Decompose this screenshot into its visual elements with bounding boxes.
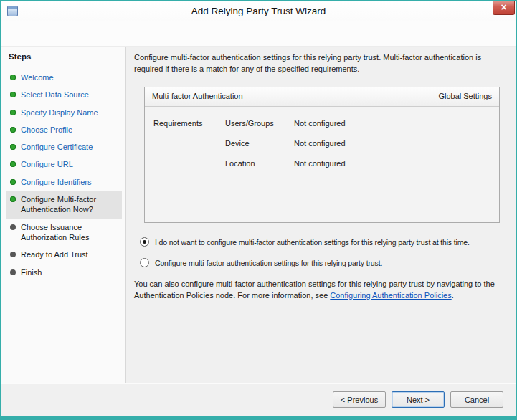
radio-option-configure-mfa[interactable]: Configure multi-factor authentication se… bbox=[140, 258, 506, 268]
cancel-button[interactable]: Cancel bbox=[450, 391, 503, 408]
mfa-panel-header: Multi-factor Authentication Global Setti… bbox=[145, 87, 499, 107]
requirement-value: Not configured bbox=[294, 138, 499, 150]
step-status-icon bbox=[10, 252, 16, 257]
step-status-icon bbox=[10, 161, 16, 167]
content-pane: Configure multi-factor authentication se… bbox=[126, 47, 516, 383]
step-status-icon bbox=[10, 92, 16, 97]
step-select-data-source[interactable]: Select Data Source bbox=[6, 86, 122, 103]
wizard-body: Steps Welcome Select Data Source Specify… bbox=[1, 21, 516, 416]
close-button[interactable]: × bbox=[493, 1, 515, 15]
requirement-name: Users/Groups bbox=[225, 118, 294, 130]
previous-button[interactable]: < Previous bbox=[333, 391, 386, 408]
configuring-authentication-policies-link[interactable]: Configuring Authentication Policies bbox=[330, 291, 451, 300]
radio-option-skip-mfa[interactable]: I do not want to configure multi-factor … bbox=[140, 237, 506, 247]
steps-header: Steps bbox=[6, 51, 122, 65]
step-status-icon bbox=[10, 269, 16, 275]
note-text-after: . bbox=[452, 291, 454, 300]
requirement-value: Not configured bbox=[294, 118, 499, 130]
step-status-icon bbox=[10, 196, 16, 202]
mfa-row-location: Location Not configured bbox=[145, 154, 499, 174]
mfa-row-users-groups: Requirements Users/Groups Not configured bbox=[145, 114, 499, 134]
mfa-settings-panel: Multi-factor Authentication Global Setti… bbox=[144, 87, 500, 223]
step-choose-profile[interactable]: Choose Profile bbox=[6, 121, 122, 138]
next-button[interactable]: Next > bbox=[392, 391, 445, 408]
radio-button-unselected[interactable] bbox=[140, 258, 149, 267]
step-configure-identifiers[interactable]: Configure Identifiers bbox=[6, 173, 122, 191]
requirement-name: Device bbox=[225, 138, 294, 150]
header-band bbox=[1, 21, 516, 47]
step-configure-mfa-now[interactable]: Configure Multi-factor Authentication No… bbox=[6, 191, 122, 219]
requirement-value: Not configured bbox=[294, 158, 499, 170]
steps-sidebar: Steps Welcome Select Data Source Specify… bbox=[1, 47, 126, 383]
radio-button-selected[interactable] bbox=[140, 237, 149, 247]
wizard-middle: Steps Welcome Select Data Source Specify… bbox=[1, 47, 516, 383]
step-configure-url[interactable]: Configure URL bbox=[6, 156, 122, 173]
step-status-icon bbox=[10, 179, 16, 185]
step-status-icon bbox=[10, 224, 16, 230]
steps-divider bbox=[6, 65, 122, 65]
step-ready-to-add-trust[interactable]: Ready to Add Trust bbox=[6, 246, 122, 263]
page-description: Configure multi-factor authentication se… bbox=[134, 52, 506, 75]
requirement-name: Location bbox=[225, 158, 294, 170]
mfa-row-device: Device Not configured bbox=[145, 134, 499, 154]
additional-info-note: You can also configure multi-factor auth… bbox=[134, 279, 506, 302]
wizard-window: Add Relying Party Trust Wizard × Steps W… bbox=[0, 0, 517, 420]
global-settings-label: Global Settings bbox=[438, 91, 492, 102]
step-finish[interactable]: Finish bbox=[6, 264, 122, 281]
step-specify-display-name[interactable]: Specify Display Name bbox=[6, 104, 122, 121]
window-title: Add Relying Party Trust Wizard bbox=[1, 6, 516, 16]
step-welcome[interactable]: Welcome bbox=[6, 69, 122, 86]
mfa-options: I do not want to configure multi-factor … bbox=[140, 237, 506, 268]
title-bar: Add Relying Party Trust Wizard × bbox=[1, 1, 516, 21]
mfa-panel-title: Multi-factor Authentication bbox=[152, 91, 243, 102]
button-bar: < Previous Next > Cancel bbox=[1, 383, 516, 416]
step-status-icon bbox=[10, 144, 16, 150]
steps-list: Welcome Select Data Source Specify Displ… bbox=[6, 69, 122, 281]
step-choose-issuance-authorization-rules[interactable]: Choose Issuance Authorization Rules bbox=[6, 219, 122, 247]
mfa-panel-body: Requirements Users/Groups Not configured… bbox=[145, 107, 499, 174]
requirements-label: Requirements bbox=[153, 118, 225, 130]
step-configure-certificate[interactable]: Configure Certificate bbox=[6, 138, 122, 156]
step-status-icon bbox=[10, 75, 16, 80]
step-status-icon bbox=[10, 110, 16, 115]
step-status-icon bbox=[10, 127, 16, 133]
